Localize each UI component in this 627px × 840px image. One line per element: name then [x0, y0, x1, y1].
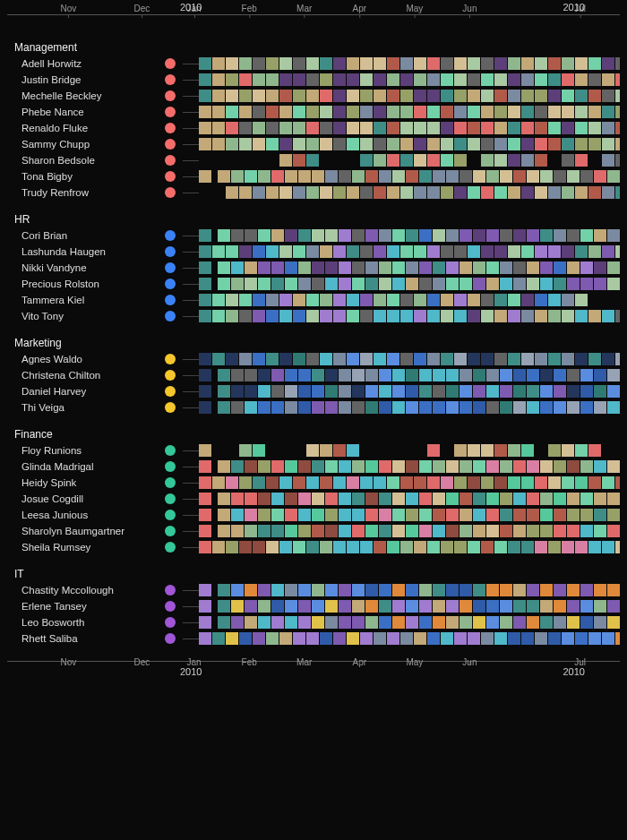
activity-cell [400, 57, 413, 70]
activity-cell [239, 310, 252, 322]
activity-cell [427, 444, 440, 457]
activity-cell [481, 106, 494, 118]
activity-cell [433, 493, 445, 505]
activity-cell [575, 353, 588, 365]
activity-cell [554, 170, 566, 183]
connector-line [183, 515, 199, 516]
activity-cell [285, 493, 297, 505]
activity-cell [500, 229, 512, 242]
activity-cell [306, 444, 319, 457]
activity-cell [433, 460, 445, 473]
activity-cell [339, 509, 351, 521]
activity-cell [379, 600, 391, 613]
activity-cell [454, 73, 467, 86]
activity-cell [588, 632, 601, 645]
month-tick: Jun [462, 657, 477, 667]
activity-cell [454, 90, 467, 102]
activity-cell [226, 353, 238, 365]
activity-cell [253, 122, 265, 134]
activity-cell [594, 170, 606, 183]
group-header: Marketing [14, 335, 620, 351]
activity-cell [339, 600, 351, 613]
activity-cell [535, 138, 547, 150]
activity-cell [414, 73, 426, 86]
activity-cell [387, 353, 399, 365]
activity-cell [352, 493, 365, 505]
activity-cell [258, 616, 271, 629]
activity-cell [508, 90, 520, 102]
activity-cell [379, 385, 391, 398]
group-hr: HRCori BrianLashunda HaugenNikki Vandyne… [7, 211, 620, 324]
activity-cell [602, 186, 614, 199]
activity-cell [513, 600, 526, 613]
activity-track [199, 277, 620, 291]
person-name: Adell Horwitz [7, 58, 158, 69]
person-name: Sammy Chupp [7, 139, 158, 150]
activity-cell [387, 294, 399, 306]
activity-cell [535, 106, 547, 118]
activity-cell [527, 616, 539, 629]
person-row: Erlene Tansey [7, 598, 620, 614]
activity-cell [392, 229, 405, 242]
activity-cell [607, 616, 620, 629]
activity-cell [607, 385, 620, 398]
connector-line [183, 268, 199, 269]
person-name: Leo Bosworth [7, 617, 158, 628]
activity-cell [521, 353, 534, 365]
activity-cell [406, 616, 418, 629]
activity-cell [513, 525, 526, 537]
activity-cell [266, 106, 279, 118]
activity-cell [285, 460, 297, 473]
activity-cell [494, 154, 507, 167]
activity-cell [454, 294, 467, 306]
activity-cell [387, 444, 399, 457]
activity-cell [500, 493, 512, 505]
activity-cell [253, 632, 265, 645]
activity-cell [379, 460, 391, 473]
activity-cell [548, 541, 561, 553]
activity-cell [460, 509, 472, 521]
year-tick: 2010 [180, 2, 202, 13]
activity-cell [615, 476, 620, 489]
activity-cell [400, 186, 413, 199]
activity-cell [615, 138, 620, 150]
month-label: Apr [353, 4, 367, 13]
activity-cell [454, 541, 467, 553]
activity-cell [615, 90, 620, 102]
activity-cell [320, 294, 332, 306]
activity-cell [379, 616, 391, 629]
activity-cell [360, 154, 373, 167]
activity-cell [460, 493, 472, 505]
activity-cell [562, 138, 574, 150]
activity-cell [562, 541, 574, 553]
activity-cell [486, 385, 499, 398]
activity-cell [226, 154, 238, 167]
person-name: Sharon Bedsole [7, 155, 158, 166]
activity-cell [486, 229, 499, 242]
activity-cell [271, 509, 284, 521]
activity-track [199, 261, 620, 275]
activity-track [199, 599, 620, 613]
activity-cell [218, 170, 230, 183]
activity-cell [615, 57, 620, 70]
activity-cell [441, 541, 453, 553]
activity-cell [239, 73, 252, 86]
activity-cell [607, 584, 620, 596]
activity-cell [400, 154, 413, 167]
connector-line [183, 375, 199, 376]
activity-cell [279, 541, 292, 553]
activity-cell [454, 122, 467, 134]
timeline-axis-bottom: NovDecJanFebMarAprMayJunJul20102010 [7, 650, 620, 672]
activity-cell [320, 106, 332, 118]
activity-cell [325, 278, 338, 290]
person-row: Tammera Kiel [7, 292, 620, 308]
month-label: Feb [242, 4, 257, 13]
activity-cell [615, 73, 620, 86]
activity-cell [535, 310, 547, 322]
activity-cell [427, 122, 440, 134]
connector-line [183, 64, 199, 64]
activity-cell [562, 57, 574, 70]
activity-cell [245, 493, 257, 505]
activity-cell [548, 310, 561, 322]
activity-cell [212, 73, 225, 86]
